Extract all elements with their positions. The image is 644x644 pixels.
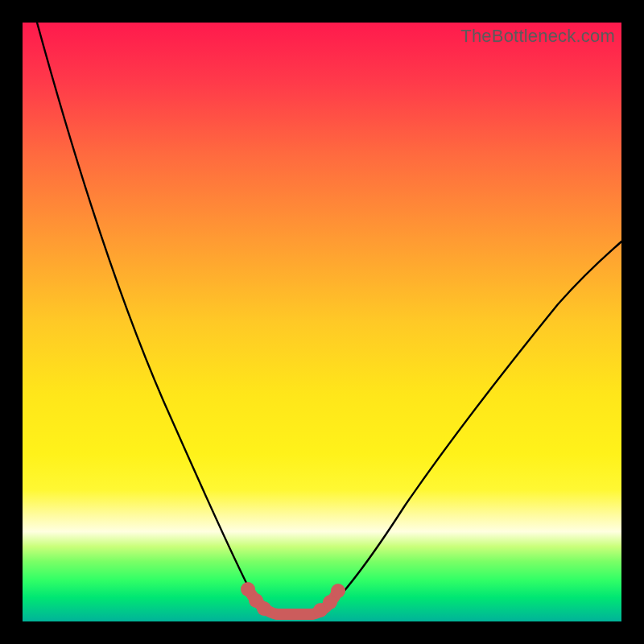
marker-dot xyxy=(257,601,271,616)
outer-frame: TheBottleneck.com xyxy=(0,0,644,644)
left-curve xyxy=(37,23,269,614)
marker-dot xyxy=(331,584,345,598)
right-curve xyxy=(322,242,621,614)
chart-svg xyxy=(23,23,621,621)
chart-area: TheBottleneck.com xyxy=(23,23,621,621)
